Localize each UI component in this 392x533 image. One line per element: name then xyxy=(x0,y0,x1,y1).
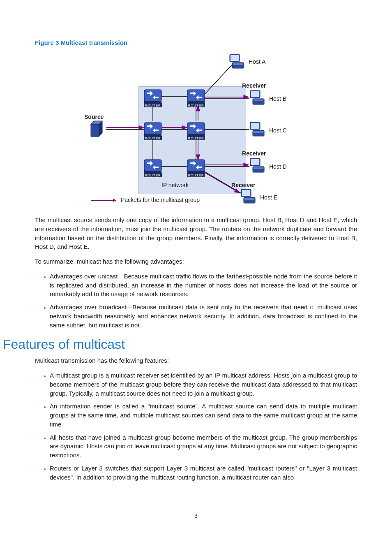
svg-marker-20 xyxy=(91,124,99,137)
body-paragraph: Multicast transmission has the following… xyxy=(35,356,357,365)
receiver-label: Receiver xyxy=(231,182,255,188)
host-computer-icon xyxy=(249,90,267,106)
source-server-icon xyxy=(89,120,106,138)
host-computer-icon xyxy=(249,158,267,174)
list-item: Advantages over unicast—Because multicas… xyxy=(50,272,357,299)
list-item: An information sender is called a "multi… xyxy=(50,402,357,429)
host-b-label: Host B xyxy=(269,95,286,102)
svg-rect-29 xyxy=(187,123,205,134)
router-icon: ROUTER xyxy=(187,159,205,174)
svg-rect-27 xyxy=(144,123,161,134)
host-c-label: Host C xyxy=(269,127,287,134)
router-icon: ROUTER xyxy=(144,159,162,174)
host-computer-icon xyxy=(249,121,267,138)
source-label: Source xyxy=(84,114,104,120)
arrow-icon xyxy=(91,200,116,201)
svg-rect-25 xyxy=(187,90,205,101)
list-item: A multicast group is a multicast receive… xyxy=(50,371,357,398)
router-icon: ROUTER xyxy=(144,122,162,137)
figure-legend: Packets for the multicast group xyxy=(91,197,200,203)
svg-rect-48 xyxy=(251,159,259,165)
body-paragraph: To summarize, multicast has the followin… xyxy=(35,257,357,266)
page-number: 3 xyxy=(0,512,392,519)
legend-text: Packets for the multicast group xyxy=(121,197,200,203)
features-list: A multicast group is a multicast receive… xyxy=(35,371,357,482)
list-item: Advantages over broadcast—Because multic… xyxy=(50,303,357,329)
svg-rect-33 xyxy=(187,160,205,171)
list-item: All hosts that have joined a multicast g… xyxy=(50,433,357,460)
receiver-label: Receiver xyxy=(242,150,266,157)
advantages-list: Advantages over unicast—Because multicas… xyxy=(35,272,357,330)
figure-diagram: Source ROUTER ROUTER ROUTER ROUTER ROUTE… xyxy=(65,49,327,206)
svg-rect-54 xyxy=(244,198,254,200)
svg-rect-31 xyxy=(144,160,161,171)
section-heading: Features of multicast xyxy=(3,337,357,352)
router-icon: ROUTER xyxy=(144,89,162,104)
router-icon: ROUTER xyxy=(187,89,205,104)
host-a-label: Host A xyxy=(249,58,265,65)
host-d-label: Host D xyxy=(269,163,287,170)
svg-rect-46 xyxy=(254,131,263,133)
receiver-label: Receiver xyxy=(242,82,266,89)
host-computer-icon xyxy=(240,188,258,205)
host-computer-icon xyxy=(229,53,246,70)
svg-rect-23 xyxy=(144,90,161,101)
svg-rect-42 xyxy=(254,100,263,101)
svg-rect-38 xyxy=(233,63,243,65)
host-e-label: Host E xyxy=(260,194,277,201)
svg-rect-40 xyxy=(251,91,259,97)
svg-rect-50 xyxy=(254,167,263,169)
list-item: Routers or Layer 3 switches that support… xyxy=(50,464,357,482)
ip-network-label: IP network xyxy=(161,182,189,188)
body-paragraph: The multicast source sends only one copy… xyxy=(35,216,357,251)
svg-rect-36 xyxy=(231,55,239,61)
figure-caption: Figure 3 Multicast transmission xyxy=(35,39,357,46)
svg-rect-52 xyxy=(242,190,250,196)
svg-rect-44 xyxy=(251,123,259,129)
router-icon: ROUTER xyxy=(187,122,205,137)
